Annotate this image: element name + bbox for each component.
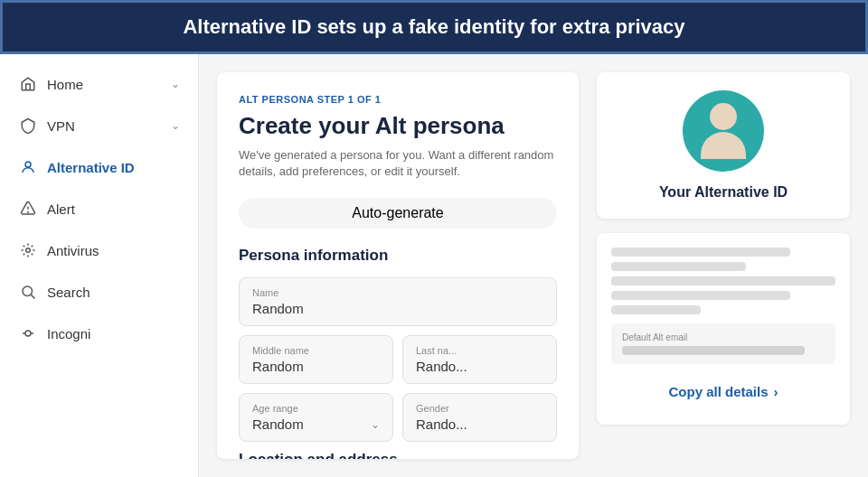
form-subtitle: We've generated a persona for you. Want … xyxy=(239,147,557,180)
sidebar-label-alt-id: Alternative ID xyxy=(47,160,135,175)
blurred-line-2 xyxy=(611,262,746,271)
avatar xyxy=(683,90,764,172)
autogenerate-bar[interactable]: Auto-generate xyxy=(239,198,557,229)
right-panel: Your Alternative ID Default Alt email Co… xyxy=(597,72,850,459)
sidebar-label-home: Home xyxy=(47,77,83,92)
incogni-icon xyxy=(18,323,38,343)
home-icon xyxy=(18,74,38,94)
middle-name-label: Middle name xyxy=(252,345,380,356)
middle-name-value: Random xyxy=(252,359,380,374)
chevron-down-icon: ⌄ xyxy=(171,119,180,132)
dropdown-arrow-icon: ⌄ xyxy=(371,418,380,431)
name-value: Random xyxy=(252,301,543,316)
email-value-blurred xyxy=(622,346,805,355)
sidebar-label-alert: Alert xyxy=(47,201,75,217)
vpn-icon xyxy=(18,116,38,136)
form-title: Create your Alt persona xyxy=(239,112,557,140)
svg-point-2 xyxy=(28,211,29,212)
step-label: ALT PERSONA STEP 1 OF 1 xyxy=(239,94,557,105)
sidebar-item-alert[interactable]: Alert xyxy=(0,188,198,229)
blurred-line-4 xyxy=(611,291,790,300)
sidebar-item-vpn[interactable]: VPN ⌄ xyxy=(0,105,198,146)
age-range-label: Age range xyxy=(252,403,380,414)
svg-line-5 xyxy=(31,295,34,298)
svg-point-4 xyxy=(23,286,33,296)
alt-id-label: Your Alternative ID xyxy=(659,184,788,201)
gender-field[interactable]: Gender Rando... xyxy=(402,393,557,442)
sidebar-label-incogni: Incogni xyxy=(47,326,90,341)
alert-icon xyxy=(18,199,38,219)
name-row: Middle name Random Last na... Rando... xyxy=(239,335,557,384)
age-gender-row: Age range Random ⌄ Gender Rando... xyxy=(239,393,557,442)
blurred-line-3 xyxy=(611,276,835,285)
gender-label: Gender xyxy=(416,403,543,414)
copy-all-details-button[interactable]: Copy all details › xyxy=(611,373,835,410)
last-name-value: Rando... xyxy=(416,359,543,374)
sidebar-item-incogni[interactable]: Incogni xyxy=(0,313,198,354)
persona-section-title: Persona information xyxy=(239,247,557,265)
avatar-shoulders xyxy=(701,132,746,159)
sidebar: Home ⌄ VPN ⌄ xyxy=(0,54,199,477)
content-area: ALT PERSONA STEP 1 OF 1 Create your Alt … xyxy=(199,54,868,477)
svg-point-6 xyxy=(25,331,31,336)
form-panel: ALT PERSONA STEP 1 OF 1 Create your Alt … xyxy=(217,72,579,459)
sidebar-item-search[interactable]: Search xyxy=(0,271,198,313)
copy-button-label: Copy all details xyxy=(668,384,768,399)
svg-point-0 xyxy=(25,162,31,167)
gender-value: Rando... xyxy=(416,416,543,432)
sidebar-label-antivirus: Antivirus xyxy=(47,243,99,258)
sidebar-label-search: Search xyxy=(47,285,90,300)
avatar-section: Your Alternative ID xyxy=(597,72,850,219)
search-icon xyxy=(18,282,38,302)
email-field-box: Default Alt email xyxy=(611,323,835,364)
age-range-value: Random ⌄ xyxy=(252,416,380,432)
name-label: Name xyxy=(252,287,543,298)
antivirus-icon xyxy=(18,240,38,260)
avatar-figure xyxy=(701,103,746,159)
autogenerate-label: Auto-generate xyxy=(352,205,443,221)
sidebar-label-vpn: VPN xyxy=(47,118,75,134)
sidebar-item-alternative-id[interactable]: Alternative ID xyxy=(0,146,198,188)
last-name-field[interactable]: Last na... Rando... xyxy=(402,335,557,384)
age-range-field[interactable]: Age range Random ⌄ xyxy=(239,393,393,442)
blurred-line-5 xyxy=(611,305,701,314)
last-name-label: Last na... xyxy=(416,345,543,356)
id-card: Default Alt email Copy all details › xyxy=(597,233,850,425)
chevron-right-icon: › xyxy=(774,384,778,399)
blurred-line-1 xyxy=(611,248,790,257)
banner-text: Alternative ID sets up a fake identity f… xyxy=(183,15,684,38)
sidebar-item-home[interactable]: Home ⌄ xyxy=(0,63,198,105)
middle-name-field[interactable]: Middle name Random xyxy=(239,335,393,384)
default-alt-email-label: Default Alt email xyxy=(622,332,825,342)
sidebar-item-antivirus[interactable]: Antivirus xyxy=(0,229,198,271)
alt-id-icon xyxy=(18,157,38,177)
name-field[interactable]: Name Random xyxy=(239,277,557,326)
avatar-head xyxy=(710,103,737,130)
chevron-down-icon: ⌄ xyxy=(171,78,180,90)
location-section-title: Location and address xyxy=(239,451,557,459)
svg-point-3 xyxy=(26,248,31,253)
main-area: Home ⌄ VPN ⌄ xyxy=(0,54,868,477)
top-banner: Alternative ID sets up a fake identity f… xyxy=(0,0,868,54)
